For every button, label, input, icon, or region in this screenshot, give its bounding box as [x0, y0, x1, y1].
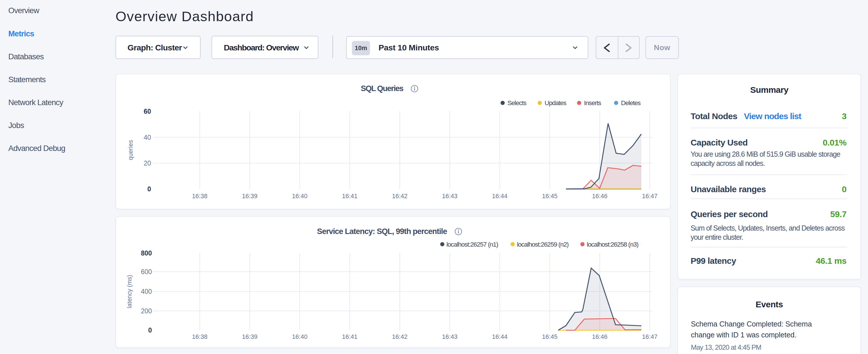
svg-text:16:43: 16:43	[442, 193, 458, 200]
svg-text:16:41: 16:41	[342, 333, 358, 340]
svg-text:Selects: Selects	[507, 99, 526, 106]
svg-text:60: 60	[144, 108, 151, 115]
svg-text:200: 200	[141, 307, 152, 315]
svg-text:16:40: 16:40	[292, 193, 308, 200]
svg-text:20: 20	[144, 160, 151, 167]
svg-text:16:44: 16:44	[492, 333, 507, 340]
svg-text:latency (ms): latency (ms)	[126, 275, 133, 308]
svg-text:localhost:26259 (n2): localhost:26259 (n2)	[517, 241, 569, 248]
svg-text:400: 400	[141, 288, 152, 295]
svg-text:0: 0	[148, 326, 152, 334]
svg-text:600: 600	[141, 268, 152, 276]
svg-text:localhost:26258 (n3): localhost:26258 (n3)	[587, 241, 639, 248]
svg-text:Deletes: Deletes	[621, 99, 641, 106]
svg-text:16:47: 16:47	[642, 193, 658, 200]
svg-text:16:38: 16:38	[192, 193, 208, 200]
svg-text:queries: queries	[127, 140, 134, 160]
svg-text:16:40: 16:40	[292, 333, 308, 340]
svg-text:0: 0	[147, 185, 151, 193]
svg-text:Updates: Updates	[545, 99, 566, 106]
svg-text:16:47: 16:47	[642, 333, 658, 340]
svg-text:16:46: 16:46	[592, 333, 608, 340]
svg-text:16:39: 16:39	[242, 333, 258, 340]
svg-text:16:45: 16:45	[542, 333, 558, 340]
svg-text:16:44: 16:44	[492, 193, 507, 200]
svg-text:Inserts: Inserts	[584, 99, 601, 106]
svg-text:16:41: 16:41	[342, 193, 358, 200]
svg-text:16:43: 16:43	[442, 333, 458, 340]
svg-text:800: 800	[141, 250, 152, 257]
svg-text:localhost:26257 (n1): localhost:26257 (n1)	[446, 241, 498, 248]
svg-text:40: 40	[144, 134, 151, 141]
svg-text:16:38: 16:38	[192, 333, 208, 340]
svg-text:16:39: 16:39	[242, 193, 258, 200]
svg-text:16:46: 16:46	[592, 193, 608, 200]
svg-text:16:42: 16:42	[392, 333, 407, 340]
svg-text:16:45: 16:45	[542, 193, 558, 200]
svg-text:16:42: 16:42	[392, 193, 407, 200]
